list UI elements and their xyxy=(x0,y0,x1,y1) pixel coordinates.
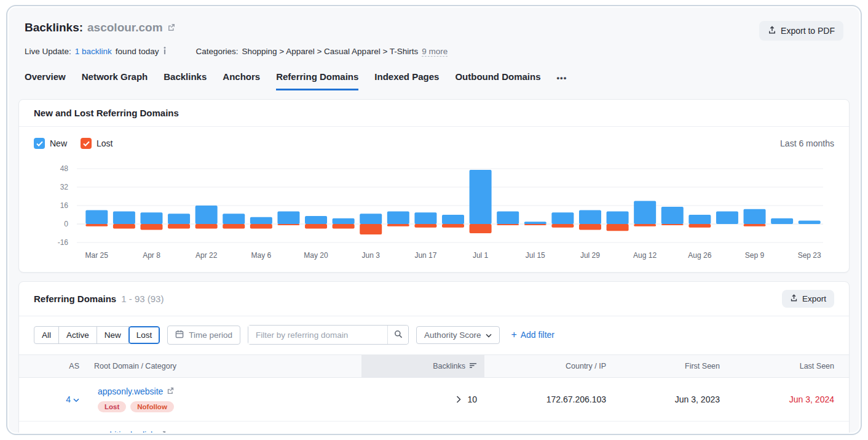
tabs-more-icon[interactable]: ••• xyxy=(557,73,567,89)
domain-filter-input[interactable] xyxy=(248,326,387,344)
period-label: Last 6 months xyxy=(780,138,834,148)
bar-lost-may-27[interactable] xyxy=(333,224,355,229)
domain-link[interactable]: appsonly.website xyxy=(94,386,175,396)
bar-lost-mar-25[interactable] xyxy=(85,224,108,226)
bar-lost-aug-26[interactable] xyxy=(688,224,711,228)
chart-legend: NewLost xyxy=(34,138,126,149)
tab-anchors[interactable]: Anchors xyxy=(223,71,260,90)
expand-row-icon[interactable] xyxy=(456,396,461,403)
search-button[interactable] xyxy=(387,326,408,344)
add-filter-button[interactable]: + Add filter xyxy=(511,329,554,340)
bar-lost-may-20[interactable] xyxy=(305,224,327,229)
bar-lost-sep-9[interactable] xyxy=(744,224,766,226)
live-update-link[interactable]: 1 backlink xyxy=(75,47,112,56)
column-label: Root Domain / Category xyxy=(94,362,176,370)
bar-lost-jun-3[interactable] xyxy=(360,224,382,234)
bar-lost-apr-22[interactable] xyxy=(195,224,218,229)
checkbox-lost-checked[interactable] xyxy=(81,138,92,149)
bar-new-jul-22[interactable] xyxy=(551,212,574,224)
bar-lost-apr-29[interactable] xyxy=(223,224,245,229)
bar-new-apr-1[interactable] xyxy=(113,211,135,224)
bar-lost-jul-29[interactable] xyxy=(579,224,601,230)
bar-new-may-6[interactable] xyxy=(250,217,272,224)
bar-new-aug-26[interactable] xyxy=(688,215,711,224)
tab-overview[interactable]: Overview xyxy=(25,71,66,90)
badge-lost: Lost xyxy=(98,401,126,412)
bar-new-mar-25[interactable] xyxy=(85,210,108,225)
bar-lost-apr-15[interactable] xyxy=(168,224,190,229)
bar-lost-jun-17[interactable] xyxy=(414,224,436,228)
bar-lost-aug-5[interactable] xyxy=(607,224,629,231)
bar-lost-jul-8[interactable] xyxy=(497,224,519,225)
bar-new-jun-24[interactable] xyxy=(442,215,464,224)
external-link-icon[interactable] xyxy=(167,21,176,34)
bar-new-aug-12[interactable] xyxy=(634,201,656,225)
domain-filter-field xyxy=(248,325,409,345)
chart-card-header: New and Lost Referring Domains xyxy=(19,100,849,127)
authority-score-cell[interactable]: 5 xyxy=(19,430,87,433)
authority-score-cell[interactable]: 4 xyxy=(19,386,87,413)
badge-nofollow: Nofollow xyxy=(130,401,174,412)
bar-lost-may-6[interactable] xyxy=(250,224,272,229)
bar-new-may-27[interactable] xyxy=(333,218,355,224)
bar-new-aug-19[interactable] xyxy=(661,207,684,224)
time-period-button[interactable]: Time period xyxy=(167,326,240,345)
export-button[interactable]: Export xyxy=(782,290,834,308)
bar-lost-aug-12[interactable] xyxy=(634,224,656,226)
bar-new-jul-15[interactable] xyxy=(524,222,546,224)
domain-link[interactable]: ambitionly.click xyxy=(94,430,167,433)
tab-outbound-domains[interactable]: Outbound Domains xyxy=(455,71,540,90)
bar-lost-apr-8[interactable] xyxy=(140,224,162,230)
chart-title: New and Lost Referring Domains xyxy=(34,108,179,118)
bar-new-sep-16[interactable] xyxy=(771,218,793,224)
export-to-pdf-button[interactable]: Export to PDF xyxy=(759,21,843,41)
info-icon[interactable] xyxy=(162,46,167,57)
column-header-first-seen: First Seen xyxy=(614,355,727,377)
bar-lost-aug-19[interactable] xyxy=(661,224,684,225)
bar-new-sep-23[interactable] xyxy=(799,220,821,224)
bar-lost-jun-24[interactable] xyxy=(442,224,464,228)
segment-new[interactable]: New xyxy=(97,326,129,344)
column-header-backlinks[interactable]: Backlinks xyxy=(361,355,484,377)
bar-new-jun-3[interactable] xyxy=(360,214,382,224)
bar-lost-jul-22[interactable] xyxy=(551,224,574,228)
tab-network-graph[interactable]: Network Graph xyxy=(82,71,148,90)
bar-new-apr-29[interactable] xyxy=(223,214,245,224)
tab-referring-domains[interactable]: Referring Domains xyxy=(276,71,358,90)
y-axis-tick: 32 xyxy=(60,183,69,191)
bar-lost-jul-1[interactable] xyxy=(470,224,492,233)
categories-more-link[interactable]: 9 more xyxy=(422,47,448,57)
bar-new-apr-8[interactable] xyxy=(140,212,162,224)
bar-new-jun-17[interactable] xyxy=(414,212,436,224)
legend-item-new[interactable]: New xyxy=(34,138,67,149)
bar-new-jun-10[interactable] xyxy=(387,211,409,224)
authority-score-dropdown[interactable]: Authority Score xyxy=(416,326,500,344)
badge-list: LostNofollow xyxy=(94,401,354,412)
bar-new-aug-5[interactable] xyxy=(607,211,629,224)
bar-new-jul-1[interactable] xyxy=(470,170,492,224)
bar-lost-may-13[interactable] xyxy=(277,224,299,225)
bar-lost-jul-15[interactable] xyxy=(524,224,546,225)
bar-new-may-20[interactable] xyxy=(305,216,327,224)
bar-new-apr-22[interactable] xyxy=(195,206,218,224)
filter-bar: AllActiveNewLost Time period Authority S… xyxy=(19,316,849,354)
checkbox-new-checked[interactable] xyxy=(34,138,45,149)
bar-new-jul-8[interactable] xyxy=(497,211,519,224)
segment-all[interactable]: All xyxy=(34,326,59,344)
tab-backlinks[interactable]: Backlinks xyxy=(164,71,207,90)
bar-new-apr-15[interactable] xyxy=(168,214,190,224)
authority-score-label: Authority Score xyxy=(424,330,481,340)
bar-lost-apr-1[interactable] xyxy=(113,224,135,229)
table-row-appsonly-website: 4appsonly.websiteLostNofollow10172.67.20… xyxy=(19,378,849,422)
bar-new-sep-9[interactable] xyxy=(744,209,766,224)
bar-new-jul-29[interactable] xyxy=(579,210,601,225)
external-link-icon xyxy=(167,386,175,396)
x-axis-tick: Aug 26 xyxy=(688,251,711,260)
legend-item-lost[interactable]: Lost xyxy=(81,138,112,149)
tab-indexed-pages[interactable]: Indexed Pages xyxy=(374,71,439,90)
segment-active[interactable]: Active xyxy=(58,326,97,344)
bar-new-sep-2[interactable] xyxy=(716,211,738,224)
bar-lost-jun-10[interactable] xyxy=(387,224,409,226)
bar-new-may-13[interactable] xyxy=(277,211,299,224)
segment-lost[interactable]: Lost xyxy=(128,326,160,344)
